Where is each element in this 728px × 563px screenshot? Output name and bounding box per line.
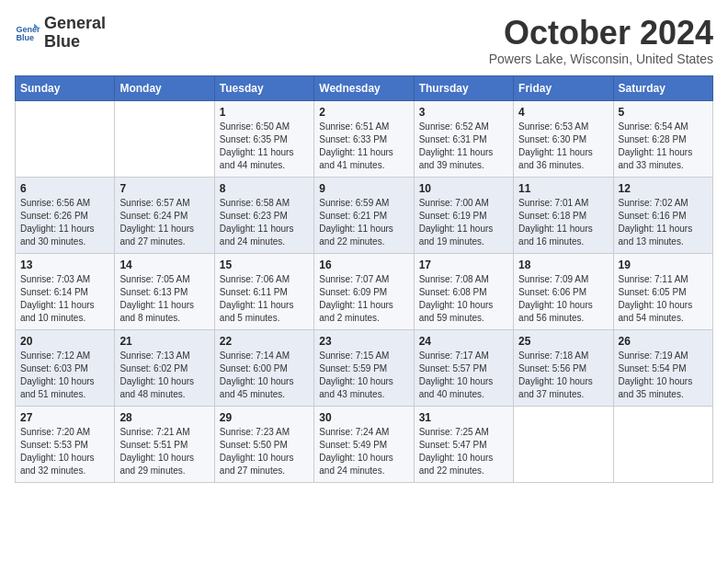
day-number: 10	[419, 182, 508, 195]
day-info: Sunrise: 7:09 AM Sunset: 6:06 PM Dayligh…	[518, 273, 608, 325]
day-info: Sunrise: 6:54 AM Sunset: 6:28 PM Dayligh…	[619, 121, 708, 172]
calendar-cell: 14Sunrise: 7:05 AM Sunset: 6:13 PM Dayli…	[115, 253, 214, 329]
day-number: 17	[419, 259, 508, 271]
day-info: Sunrise: 6:53 AM Sunset: 6:30 PM Dayligh…	[518, 121, 608, 172]
month-title: October 2024	[489, 15, 713, 52]
calendar-cell	[514, 406, 613, 482]
day-number: 2	[319, 106, 408, 119]
day-number: 19	[619, 259, 708, 271]
calendar-cell: 30Sunrise: 7:24 AM Sunset: 5:49 PM Dayli…	[314, 406, 414, 482]
weekday-header-cell: Saturday	[613, 75, 712, 100]
weekday-header-row: SundayMondayTuesdayWednesdayThursdayFrid…	[16, 75, 713, 100]
day-number: 22	[220, 335, 309, 348]
calendar-cell: 15Sunrise: 7:06 AM Sunset: 6:11 PM Dayli…	[214, 253, 313, 329]
day-info: Sunrise: 7:07 AM Sunset: 6:09 PM Dayligh…	[319, 273, 408, 325]
calendar-cell: 29Sunrise: 7:23 AM Sunset: 5:50 PM Dayli…	[214, 406, 313, 482]
day-number: 30	[319, 411, 408, 424]
day-info: Sunrise: 7:13 AM Sunset: 6:02 PM Dayligh…	[119, 350, 209, 401]
svg-text:Blue: Blue	[16, 33, 34, 42]
calendar-week-row: 1Sunrise: 6:50 AM Sunset: 6:35 PM Daylig…	[16, 100, 713, 177]
calendar-cell: 20Sunrise: 7:12 AM Sunset: 6:03 PM Dayli…	[16, 329, 115, 406]
day-number: 20	[20, 335, 109, 348]
day-info: Sunrise: 7:25 AM Sunset: 5:47 PM Dayligh…	[419, 426, 508, 477]
calendar-cell: 27Sunrise: 7:20 AM Sunset: 5:53 PM Dayli…	[16, 406, 115, 482]
day-info: Sunrise: 7:12 AM Sunset: 6:03 PM Dayligh…	[20, 350, 109, 401]
weekday-header-cell: Tuesday	[214, 75, 313, 100]
day-number: 15	[220, 259, 309, 271]
day-info: Sunrise: 6:59 AM Sunset: 6:21 PM Dayligh…	[319, 197, 408, 248]
day-number: 1	[220, 106, 309, 119]
day-number: 5	[619, 106, 708, 119]
day-number: 8	[220, 182, 309, 195]
calendar-cell: 1Sunrise: 6:50 AM Sunset: 6:35 PM Daylig…	[214, 100, 313, 177]
day-number: 23	[319, 335, 408, 348]
calendar-body: 1Sunrise: 6:50 AM Sunset: 6:35 PM Daylig…	[16, 100, 713, 482]
title-block: October 2024 Powers Lake, Wisconsin, Uni…	[489, 15, 713, 66]
calendar-cell: 13Sunrise: 7:03 AM Sunset: 6:14 PM Dayli…	[16, 253, 115, 329]
day-info: Sunrise: 7:00 AM Sunset: 6:19 PM Dayligh…	[419, 197, 508, 248]
calendar-cell: 28Sunrise: 7:21 AM Sunset: 5:51 PM Dayli…	[115, 406, 214, 482]
day-number: 11	[518, 182, 608, 195]
day-number: 29	[220, 411, 309, 424]
calendar-cell: 4Sunrise: 6:53 AM Sunset: 6:30 PM Daylig…	[514, 100, 613, 177]
calendar-cell	[613, 406, 712, 482]
svg-text:General: General	[16, 24, 40, 33]
day-info: Sunrise: 7:06 AM Sunset: 6:11 PM Dayligh…	[220, 273, 309, 325]
calendar-cell: 19Sunrise: 7:11 AM Sunset: 6:05 PM Dayli…	[613, 253, 712, 329]
page-header: General Blue General Blue October 2024 P…	[15, 15, 713, 66]
calendar-cell: 6Sunrise: 6:56 AM Sunset: 6:26 PM Daylig…	[16, 177, 115, 253]
weekday-header-cell: Monday	[115, 75, 214, 100]
calendar-cell: 25Sunrise: 7:18 AM Sunset: 5:56 PM Dayli…	[514, 329, 613, 406]
weekday-header-cell: Sunday	[16, 75, 115, 100]
calendar-cell: 18Sunrise: 7:09 AM Sunset: 6:06 PM Dayli…	[514, 253, 613, 329]
day-info: Sunrise: 7:21 AM Sunset: 5:51 PM Dayligh…	[119, 426, 209, 477]
calendar-table: SundayMondayTuesdayWednesdayThursdayFrid…	[15, 75, 713, 483]
logo-icon: General Blue	[15, 20, 40, 46]
day-info: Sunrise: 6:52 AM Sunset: 6:31 PM Dayligh…	[419, 121, 508, 172]
weekday-header-cell: Wednesday	[314, 75, 414, 100]
calendar-cell	[115, 100, 214, 177]
calendar-week-row: 6Sunrise: 6:56 AM Sunset: 6:26 PM Daylig…	[16, 177, 713, 253]
calendar-cell: 26Sunrise: 7:19 AM Sunset: 5:54 PM Dayli…	[613, 329, 712, 406]
calendar-cell: 9Sunrise: 6:59 AM Sunset: 6:21 PM Daylig…	[314, 177, 414, 253]
day-info: Sunrise: 6:56 AM Sunset: 6:26 PM Dayligh…	[20, 197, 109, 248]
day-number: 13	[20, 259, 109, 271]
calendar-cell: 5Sunrise: 6:54 AM Sunset: 6:28 PM Daylig…	[613, 100, 712, 177]
day-info: Sunrise: 6:57 AM Sunset: 6:24 PM Dayligh…	[119, 197, 209, 248]
calendar-cell: 8Sunrise: 6:58 AM Sunset: 6:23 PM Daylig…	[214, 177, 313, 253]
day-number: 12	[619, 182, 708, 195]
calendar-cell: 23Sunrise: 7:15 AM Sunset: 5:59 PM Dayli…	[314, 329, 414, 406]
day-number: 21	[119, 335, 209, 348]
day-info: Sunrise: 7:03 AM Sunset: 6:14 PM Dayligh…	[20, 273, 109, 325]
day-number: 18	[518, 259, 608, 271]
day-info: Sunrise: 7:05 AM Sunset: 6:13 PM Dayligh…	[119, 273, 209, 325]
calendar-cell: 22Sunrise: 7:14 AM Sunset: 6:00 PM Dayli…	[214, 329, 313, 406]
calendar-week-row: 27Sunrise: 7:20 AM Sunset: 5:53 PM Dayli…	[16, 406, 713, 482]
day-info: Sunrise: 7:19 AM Sunset: 5:54 PM Dayligh…	[619, 350, 708, 401]
day-number: 14	[119, 259, 209, 271]
calendar-week-row: 20Sunrise: 7:12 AM Sunset: 6:03 PM Dayli…	[16, 329, 713, 406]
calendar-cell: 3Sunrise: 6:52 AM Sunset: 6:31 PM Daylig…	[414, 100, 513, 177]
day-info: Sunrise: 6:58 AM Sunset: 6:23 PM Dayligh…	[220, 197, 309, 248]
calendar-cell: 31Sunrise: 7:25 AM Sunset: 5:47 PM Dayli…	[414, 406, 513, 482]
day-number: 3	[419, 106, 508, 119]
day-info: Sunrise: 6:50 AM Sunset: 6:35 PM Dayligh…	[220, 121, 309, 172]
day-info: Sunrise: 6:51 AM Sunset: 6:33 PM Dayligh…	[319, 121, 408, 172]
day-info: Sunrise: 7:18 AM Sunset: 5:56 PM Dayligh…	[518, 350, 608, 401]
day-info: Sunrise: 7:24 AM Sunset: 5:49 PM Dayligh…	[319, 426, 408, 477]
calendar-cell	[16, 100, 115, 177]
day-info: Sunrise: 7:11 AM Sunset: 6:05 PM Dayligh…	[619, 273, 708, 325]
calendar-cell: 24Sunrise: 7:17 AM Sunset: 5:57 PM Dayli…	[414, 329, 513, 406]
day-number: 9	[319, 182, 408, 195]
day-info: Sunrise: 7:23 AM Sunset: 5:50 PM Dayligh…	[220, 426, 309, 477]
day-number: 31	[419, 411, 508, 424]
weekday-header-cell: Friday	[514, 75, 613, 100]
day-info: Sunrise: 7:15 AM Sunset: 5:59 PM Dayligh…	[319, 350, 408, 401]
day-info: Sunrise: 7:08 AM Sunset: 6:08 PM Dayligh…	[419, 273, 508, 325]
day-number: 27	[20, 411, 109, 424]
logo: General Blue General Blue	[15, 15, 106, 52]
day-number: 4	[518, 106, 608, 119]
calendar-cell: 21Sunrise: 7:13 AM Sunset: 6:02 PM Dayli…	[115, 329, 214, 406]
calendar-cell: 7Sunrise: 6:57 AM Sunset: 6:24 PM Daylig…	[115, 177, 214, 253]
calendar-cell: 11Sunrise: 7:01 AM Sunset: 6:18 PM Dayli…	[514, 177, 613, 253]
